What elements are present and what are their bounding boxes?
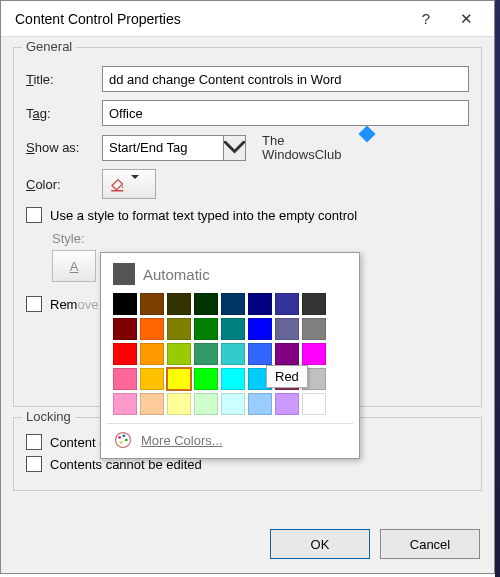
color-swatch[interactable] [167, 368, 191, 390]
title-label: Title: [26, 72, 94, 87]
color-swatch[interactable] [221, 393, 245, 415]
color-swatch[interactable] [221, 293, 245, 315]
color-swatch[interactable] [194, 293, 218, 315]
automatic-color-item[interactable]: Automatic [107, 259, 353, 289]
paint-bucket-icon [109, 175, 127, 193]
color-swatch[interactable] [248, 393, 272, 415]
color-swatch[interactable] [248, 293, 272, 315]
color-picker-popup: Automatic More Colors... [100, 252, 360, 459]
tag-input[interactable] [102, 100, 469, 126]
color-swatch[interactable] [275, 393, 299, 415]
more-colors-item[interactable]: More Colors... [107, 423, 353, 452]
no-edit-checkbox[interactable] [26, 456, 42, 472]
automatic-swatch [113, 263, 135, 285]
close-button[interactable]: ✕ [446, 3, 486, 35]
group-locking-legend: Locking [22, 409, 75, 424]
screenshot-edge [495, 0, 500, 577]
color-swatch[interactable] [140, 343, 164, 365]
remove-checkbox[interactable] [26, 296, 42, 312]
more-colors-label: More Colors... [141, 433, 223, 448]
chevron-down-icon[interactable] [223, 136, 245, 160]
new-style-glyph: A [70, 259, 79, 274]
no-delete-checkbox[interactable] [26, 434, 42, 450]
color-swatch[interactable] [194, 343, 218, 365]
color-swatch[interactable] [140, 318, 164, 340]
new-style-button[interactable]: A [52, 250, 96, 282]
windowsclub-logo: The WindowsClub [262, 134, 341, 161]
svg-point-5 [120, 441, 123, 444]
color-swatch[interactable] [113, 318, 137, 340]
svg-rect-0 [111, 190, 123, 192]
color-swatch[interactable] [140, 393, 164, 415]
palette-icon [113, 430, 133, 450]
color-swatch[interactable] [302, 393, 326, 415]
group-general-legend: General [22, 39, 76, 54]
automatic-label: Automatic [143, 266, 210, 283]
color-swatch[interactable] [194, 368, 218, 390]
color-swatch[interactable] [113, 293, 137, 315]
color-swatch[interactable] [194, 318, 218, 340]
dialog-title: Content Control Properties [15, 11, 406, 27]
color-swatch[interactable] [248, 343, 272, 365]
color-swatch[interactable] [302, 318, 326, 340]
chevron-down-icon [131, 175, 149, 193]
color-swatch[interactable] [113, 368, 137, 390]
color-swatch[interactable] [140, 293, 164, 315]
svg-point-2 [118, 436, 121, 439]
color-swatch[interactable] [221, 368, 245, 390]
color-swatch[interactable] [167, 343, 191, 365]
button-bar: OK Cancel [270, 529, 480, 559]
titlebar: Content Control Properties ? ✕ [1, 1, 494, 37]
showas-select[interactable]: Start/End Tag [102, 135, 246, 161]
use-style-checkbox[interactable] [26, 207, 42, 223]
color-swatch[interactable] [140, 368, 164, 390]
use-style-label: Use a style to format text typed into th… [50, 208, 357, 223]
color-swatch[interactable] [302, 343, 326, 365]
color-swatch[interactable] [221, 318, 245, 340]
color-swatch[interactable] [221, 343, 245, 365]
color-swatch[interactable] [248, 318, 272, 340]
color-tooltip: Red [266, 365, 308, 388]
title-input[interactable] [102, 66, 469, 92]
tag-label: Tag: [26, 106, 94, 121]
svg-point-3 [123, 435, 126, 438]
color-swatch[interactable] [275, 318, 299, 340]
svg-point-4 [125, 439, 128, 442]
color-swatch[interactable] [167, 393, 191, 415]
showas-label: Show as: [26, 140, 94, 155]
color-swatch[interactable] [167, 293, 191, 315]
color-swatch[interactable] [167, 318, 191, 340]
color-swatch[interactable] [275, 293, 299, 315]
color-button[interactable] [102, 169, 156, 199]
color-swatch[interactable] [302, 293, 326, 315]
color-swatch[interactable] [113, 343, 137, 365]
color-swatch[interactable] [275, 343, 299, 365]
help-button[interactable]: ? [406, 3, 446, 35]
showas-value: Start/End Tag [103, 140, 223, 155]
svg-point-1 [116, 433, 131, 448]
color-swatch-grid [107, 289, 353, 419]
color-swatch[interactable] [113, 393, 137, 415]
color-swatch[interactable] [194, 393, 218, 415]
logo-square-icon [359, 126, 376, 143]
style-label: Style: [52, 231, 85, 246]
ok-button[interactable]: OK [270, 529, 370, 559]
cancel-button[interactable]: Cancel [380, 529, 480, 559]
color-label: Color: [26, 177, 94, 192]
